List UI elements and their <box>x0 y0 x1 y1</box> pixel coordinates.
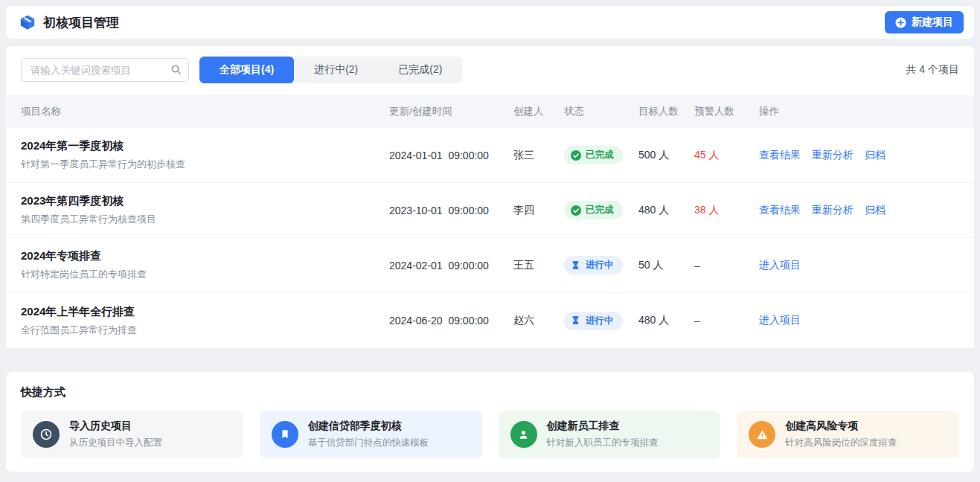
shortcut-title: 创建信贷部季度初核 <box>308 420 429 433</box>
col-target-count: 目标人数 <box>638 105 694 118</box>
reanalyze-link[interactable]: 重新分析 <box>812 149 854 162</box>
shortcuts-panel: 快捷方式 导入历史项目 从历史项目中导入配置 创建信贷部季度初核 基于信贷部门特… <box>6 372 974 472</box>
shortcut-new-employee-check[interactable]: 创建新员工排查 针对新入职员工的专项排查 <box>499 411 721 458</box>
status-badge: 已完成 <box>564 146 623 164</box>
target-count: 480 人 <box>638 204 694 217</box>
col-creator: 创建人 <box>513 105 564 118</box>
status-label: 已完成 <box>586 204 614 216</box>
search-box <box>21 58 189 82</box>
tab-completed[interactable]: 已完成(2) <box>378 57 462 83</box>
creator: 张三 <box>513 149 564 162</box>
shortcuts-title: 快捷方式 <box>21 385 959 399</box>
project-name-cell: 2024年第一季度初核 针对第一季度员工异常行为的初步核查 <box>21 139 389 171</box>
view-results-link[interactable]: 查看结果 <box>759 204 801 217</box>
project-name: 2024年专项排查 <box>21 249 389 263</box>
shortcut-desc: 针对新入职员工的专项排查 <box>547 437 659 449</box>
row-actions: 进入项目 <box>759 314 959 327</box>
status-cell: 已完成 <box>564 146 638 164</box>
check-circle-icon <box>571 205 581 216</box>
warning-count: – <box>694 315 759 327</box>
col-warning-count: 预警人数 <box>694 105 759 118</box>
tab-all-projects[interactable]: 全部项目(4) <box>199 57 294 83</box>
shortcut-text: 创建信贷部季度初核 基于信贷部门特点的快速模板 <box>308 420 429 449</box>
row-actions: 查看结果 重新分析 归档 <box>759 204 959 217</box>
view-results-link[interactable]: 查看结果 <box>759 149 801 162</box>
shortcut-title: 导入历史项目 <box>69 420 162 433</box>
shortcut-desc: 针对高风险岗位的深度排查 <box>785 437 897 449</box>
creator: 赵六 <box>513 314 564 327</box>
row-actions: 进入项目 <box>759 259 959 272</box>
shortcut-desc: 基于信贷部门特点的快速模板 <box>308 437 429 449</box>
shortcut-title: 创建新员工排查 <box>547 420 659 433</box>
update-time: 2024-06-20 09:00:00 <box>389 315 513 327</box>
page-title: 初核项目管理 <box>43 14 119 31</box>
status-cell: 已完成 <box>564 201 638 219</box>
check-circle-icon <box>571 150 581 161</box>
table-row: 2024年专项排查 针对特定岗位员工的专项排查 2024-02-01 09:00… <box>6 238 974 293</box>
app-cube-icon <box>19 14 36 30</box>
shortcut-text: 创建高风险专项 针对高风险岗位的深度排查 <box>785 420 897 449</box>
project-name-cell: 2024年专项排查 针对特定岗位员工的专项排查 <box>21 249 389 281</box>
status-badge: 进行中 <box>564 256 623 274</box>
enter-project-link[interactable]: 进入项目 <box>759 259 801 272</box>
total-count-label: 共 4 个项目 <box>906 63 959 77</box>
page-header-left: 初核项目管理 <box>19 14 119 31</box>
enter-project-link[interactable]: 进入项目 <box>759 314 801 327</box>
project-name-cell: 2024年上半年全行排查 全行范围员工异常行为排查 <box>21 305 389 337</box>
project-list-panel: 全部项目(4) 进行中(2) 已完成(2) 共 4 个项目 项目名称 更新/创建… <box>6 46 974 348</box>
new-project-button-label: 新建项目 <box>912 16 953 29</box>
status-label: 已完成 <box>586 149 614 161</box>
project-desc: 第四季度员工异常行为核查项目 <box>21 213 389 226</box>
hourglass-icon <box>571 315 581 326</box>
shortcut-text: 创建新员工排查 针对新入职员工的专项排查 <box>547 420 659 449</box>
table-header: 项目名称 更新/创建时间 创建人 状态 目标人数 预警人数 操作 <box>6 95 974 128</box>
col-status: 状态 <box>564 105 638 118</box>
status-cell: 进行中 <box>564 312 638 330</box>
target-count: 500 人 <box>638 149 694 162</box>
update-time: 2024-02-01 09:00:00 <box>389 260 513 271</box>
shortcut-text: 导入历史项目 从历史项目中导入配置 <box>69 420 162 449</box>
creator: 王五 <box>513 259 564 272</box>
shortcut-high-risk-special[interactable]: 创建高风险专项 针对高风险岗位的深度排查 <box>737 411 959 458</box>
update-time: 2024-01-01 09:00:00 <box>389 150 513 161</box>
search-input[interactable] <box>21 58 189 82</box>
tab-in-progress[interactable]: 进行中(2) <box>294 57 378 83</box>
shortcuts-grid: 导入历史项目 从历史项目中导入配置 创建信贷部季度初核 基于信贷部门特点的快速模… <box>21 411 959 458</box>
project-name: 2024年上半年全行排查 <box>21 305 389 319</box>
project-desc: 针对第一季度员工异常行为的初步核查 <box>21 158 389 171</box>
search-icon <box>170 64 182 75</box>
shortcut-import-history[interactable]: 导入历史项目 从历史项目中导入配置 <box>21 411 243 458</box>
archive-link[interactable]: 归档 <box>865 204 885 217</box>
project-name-cell: 2023年第四季度初核 第四季度员工异常行为核查项目 <box>21 194 389 226</box>
project-name: 2023年第四季度初核 <box>21 194 389 208</box>
bookmark-icon <box>272 421 298 448</box>
shortcut-credit-dept-review[interactable]: 创建信贷部季度初核 基于信贷部门特点的快速模板 <box>260 411 482 458</box>
row-actions: 查看结果 重新分析 归档 <box>759 149 959 162</box>
status-badge: 进行中 <box>564 312 623 330</box>
new-project-button[interactable]: 新建项目 <box>885 11 964 33</box>
table-row: 2024年第一季度初核 针对第一季度员工异常行为的初步核查 2024-01-01… <box>6 128 974 183</box>
target-count: 50 人 <box>638 259 694 272</box>
project-desc: 针对特定岗位员工的专项排查 <box>21 268 389 281</box>
table-row: 2024年上半年全行排查 全行范围员工异常行为排查 2024-06-20 09:… <box>6 293 974 348</box>
warning-triangle-icon <box>749 421 775 448</box>
project-filter-tabs: 全部项目(4) 进行中(2) 已完成(2) <box>199 57 462 83</box>
col-actions: 操作 <box>759 105 959 118</box>
warning-count: 45 人 <box>694 149 759 162</box>
reanalyze-link[interactable]: 重新分析 <box>812 204 854 217</box>
shortcut-desc: 从历史项目中导入配置 <box>69 437 162 449</box>
archive-link[interactable]: 归档 <box>865 149 885 162</box>
status-label: 进行中 <box>586 259 614 271</box>
status-label: 进行中 <box>586 315 614 327</box>
hourglass-icon <box>571 260 581 271</box>
update-time: 2023-10-01 09:00:00 <box>389 205 513 216</box>
creator: 李四 <box>513 204 564 217</box>
target-count: 480 人 <box>638 314 694 327</box>
col-update-time: 更新/创建时间 <box>389 105 513 118</box>
toolbar: 全部项目(4) 进行中(2) 已完成(2) 共 4 个项目 <box>6 57 974 83</box>
col-project-name: 项目名称 <box>21 105 389 118</box>
table-row: 2023年第四季度初核 第四季度员工异常行为核查项目 2023-10-01 09… <box>6 183 974 238</box>
status-cell: 进行中 <box>564 256 638 274</box>
plus-circle-icon <box>895 17 906 28</box>
page-header: 初核项目管理 新建项目 <box>6 6 974 39</box>
